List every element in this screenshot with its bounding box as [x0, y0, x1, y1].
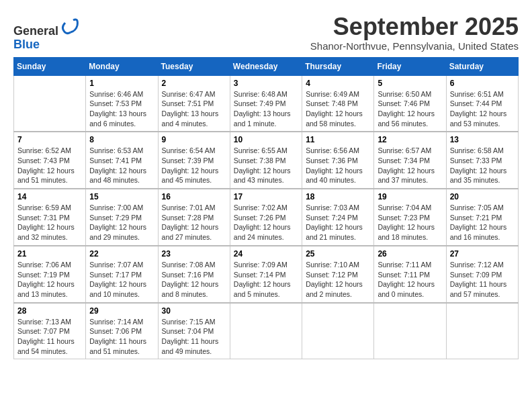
day-number: 1 [89, 79, 154, 88]
calendar-cell: 14Sunrise: 6:59 AM Sunset: 7:31 PM Dayli… [14, 189, 86, 246]
calendar-cell: 24Sunrise: 7:09 AM Sunset: 7:14 PM Dayli… [230, 246, 302, 303]
day-number: 25 [306, 249, 370, 259]
day-number: 11 [306, 135, 370, 144]
calendar-cell: 4Sunrise: 6:49 AM Sunset: 7:48 PM Daylig… [302, 75, 374, 132]
day-info: Sunrise: 7:10 AM Sunset: 7:12 PM Dayligh… [306, 260, 370, 300]
calendar-cell: 20Sunrise: 7:05 AM Sunset: 7:21 PM Dayli… [446, 189, 518, 246]
day-info: Sunrise: 7:04 AM Sunset: 7:23 PM Dayligh… [378, 203, 442, 242]
day-number: 24 [234, 249, 298, 259]
day-info: Sunrise: 7:07 AM Sunset: 7:17 PM Dayligh… [89, 260, 154, 300]
day-info: Sunrise: 6:57 AM Sunset: 7:34 PM Dayligh… [378, 146, 442, 185]
calendar-cell [302, 303, 374, 359]
day-number: 8 [89, 135, 154, 144]
calendar-cell: 30Sunrise: 7:15 AM Sunset: 7:04 PM Dayli… [158, 303, 230, 359]
day-info: Sunrise: 7:01 AM Sunset: 7:28 PM Dayligh… [162, 203, 226, 242]
day-info: Sunrise: 7:08 AM Sunset: 7:16 PM Dayligh… [162, 260, 226, 300]
day-info: Sunrise: 6:51 AM Sunset: 7:44 PM Dayligh… [450, 89, 515, 129]
day-number: 4 [306, 79, 370, 88]
logo-blue: Blue [13, 38, 40, 51]
calendar-cell: 22Sunrise: 7:07 AM Sunset: 7:17 PM Dayli… [86, 246, 158, 303]
title-block: September 2025 Shanor-Northvue, Pennsylv… [310, 13, 519, 52]
logo-icon [60, 16, 79, 35]
calendar-cell: 13Sunrise: 6:58 AM Sunset: 7:33 PM Dayli… [446, 132, 518, 189]
day-info: Sunrise: 6:59 AM Sunset: 7:31 PM Dayligh… [17, 203, 82, 242]
calendar-cell: 25Sunrise: 7:10 AM Sunset: 7:12 PM Dayli… [302, 246, 374, 303]
calendar-cell: 17Sunrise: 7:02 AM Sunset: 7:26 PM Dayli… [230, 189, 302, 246]
day-number: 16 [162, 192, 226, 201]
day-info: Sunrise: 7:09 AM Sunset: 7:14 PM Dayligh… [234, 260, 298, 300]
day-info: Sunrise: 6:47 AM Sunset: 7:51 PM Dayligh… [162, 89, 226, 129]
calendar-cell: 23Sunrise: 7:08 AM Sunset: 7:16 PM Dayli… [158, 246, 230, 303]
day-number: 15 [89, 192, 154, 201]
day-info: Sunrise: 6:53 AM Sunset: 7:41 PM Dayligh… [89, 146, 154, 185]
calendar-cell [374, 303, 446, 359]
day-number: 22 [89, 249, 154, 259]
day-number: 3 [234, 79, 298, 88]
calendar-cell: 10Sunrise: 6:55 AM Sunset: 7:38 PM Dayli… [230, 132, 302, 189]
col-header-saturday: Saturday [446, 57, 518, 75]
calendar-cell: 3Sunrise: 6:48 AM Sunset: 7:49 PM Daylig… [230, 75, 302, 132]
day-info: Sunrise: 6:48 AM Sunset: 7:49 PM Dayligh… [234, 89, 298, 129]
calendar-table: SundayMondayTuesdayWednesdayThursdayFrid… [13, 57, 519, 360]
day-info: Sunrise: 6:55 AM Sunset: 7:38 PM Dayligh… [234, 146, 298, 185]
col-header-sunday: Sunday [14, 57, 86, 75]
day-info: Sunrise: 6:52 AM Sunset: 7:43 PM Dayligh… [17, 146, 82, 185]
col-header-thursday: Thursday [302, 57, 374, 75]
calendar-cell: 16Sunrise: 7:01 AM Sunset: 7:28 PM Dayli… [158, 189, 230, 246]
day-number: 26 [378, 249, 442, 259]
day-number: 2 [162, 79, 226, 88]
calendar-cell: 1Sunrise: 6:46 AM Sunset: 7:53 PM Daylig… [86, 75, 158, 132]
col-header-wednesday: Wednesday [230, 57, 302, 75]
col-header-monday: Monday [86, 57, 158, 75]
day-info: Sunrise: 7:03 AM Sunset: 7:24 PM Dayligh… [306, 203, 370, 242]
calendar-cell: 7Sunrise: 6:52 AM Sunset: 7:43 PM Daylig… [14, 132, 86, 189]
day-number: 19 [378, 192, 442, 201]
day-number: 20 [450, 192, 515, 201]
calendar-cell: 11Sunrise: 6:56 AM Sunset: 7:36 PM Dayli… [302, 132, 374, 189]
col-header-tuesday: Tuesday [158, 57, 230, 75]
day-number: 5 [378, 79, 442, 88]
calendar-cell: 18Sunrise: 7:03 AM Sunset: 7:24 PM Dayli… [302, 189, 374, 246]
day-info: Sunrise: 6:49 AM Sunset: 7:48 PM Dayligh… [306, 89, 370, 129]
calendar-cell [446, 303, 518, 359]
day-info: Sunrise: 6:58 AM Sunset: 7:33 PM Dayligh… [450, 146, 515, 185]
col-header-friday: Friday [374, 57, 446, 75]
day-number: 12 [378, 135, 442, 144]
day-info: Sunrise: 7:02 AM Sunset: 7:26 PM Dayligh… [234, 203, 298, 242]
day-info: Sunrise: 6:56 AM Sunset: 7:36 PM Dayligh… [306, 146, 370, 185]
day-number: 14 [17, 192, 82, 201]
day-info: Sunrise: 7:11 AM Sunset: 7:11 PM Dayligh… [378, 260, 442, 300]
calendar-cell: 27Sunrise: 7:12 AM Sunset: 7:09 PM Dayli… [446, 246, 518, 303]
calendar-cell [14, 75, 86, 132]
calendar-cell: 26Sunrise: 7:11 AM Sunset: 7:11 PM Dayli… [374, 246, 446, 303]
page-header: General Blue September 2025 Shanor-North… [13, 13, 519, 52]
day-info: Sunrise: 7:15 AM Sunset: 7:04 PM Dayligh… [162, 317, 226, 357]
day-number: 30 [162, 306, 226, 316]
day-number: 18 [306, 192, 370, 201]
day-number: 7 [17, 135, 82, 144]
day-number: 17 [234, 192, 298, 201]
day-number: 23 [162, 249, 226, 259]
calendar-cell: 12Sunrise: 6:57 AM Sunset: 7:34 PM Dayli… [374, 132, 446, 189]
calendar-cell: 28Sunrise: 7:13 AM Sunset: 7:07 PM Dayli… [14, 303, 86, 359]
day-info: Sunrise: 7:05 AM Sunset: 7:21 PM Dayligh… [450, 203, 515, 242]
day-info: Sunrise: 7:12 AM Sunset: 7:09 PM Dayligh… [450, 260, 515, 300]
day-number: 27 [450, 249, 515, 259]
day-number: 21 [17, 249, 82, 259]
calendar-cell: 5Sunrise: 6:50 AM Sunset: 7:46 PM Daylig… [374, 75, 446, 132]
day-number: 6 [450, 79, 515, 88]
location-subtitle: Shanor-Northvue, Pennsylvania, United St… [310, 40, 519, 52]
day-number: 28 [17, 306, 82, 316]
day-number: 13 [450, 135, 515, 144]
logo: General Blue [13, 16, 79, 52]
calendar-cell [230, 303, 302, 359]
day-info: Sunrise: 7:13 AM Sunset: 7:07 PM Dayligh… [17, 317, 82, 357]
calendar-cell: 2Sunrise: 6:47 AM Sunset: 7:51 PM Daylig… [158, 75, 230, 132]
calendar-cell: 6Sunrise: 6:51 AM Sunset: 7:44 PM Daylig… [446, 75, 518, 132]
logo-general: General [13, 24, 58, 38]
day-number: 10 [234, 135, 298, 144]
calendar-cell: 29Sunrise: 7:14 AM Sunset: 7:06 PM Dayli… [86, 303, 158, 359]
calendar-cell: 19Sunrise: 7:04 AM Sunset: 7:23 PM Dayli… [374, 189, 446, 246]
day-number: 9 [162, 135, 226, 144]
day-info: Sunrise: 6:46 AM Sunset: 7:53 PM Dayligh… [89, 89, 154, 129]
